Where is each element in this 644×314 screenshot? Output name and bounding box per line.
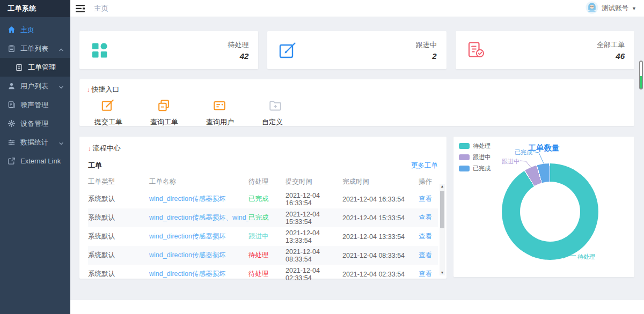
chart-title: 工单数量 [453,143,634,153]
cell-order-name-link[interactable]: wind_direction传感器损坏 [149,195,248,204]
stat-card-text: 全部工单46 [597,40,625,61]
sidebar-item-external[interactable]: External Link [0,152,70,170]
quick-entry-folder-plus[interactable]: 自定义 [262,99,318,127]
stat-card-0: 待处理42 [79,31,258,69]
cell-complete-time: 2021-12-04 02:33:54 [342,271,419,278]
stat-cards-row: 待处理42跟进中2全部工单46 [79,31,634,69]
sidebar-item-home[interactable]: 主页 [0,20,70,39]
red-arrow-icon: ↓ [88,146,91,152]
legend-item[interactable]: 已完成 [459,165,491,173]
cell-status: 待处理 [248,270,286,279]
quick-entry-label: 查询用户 [206,117,262,127]
legend-item[interactable]: 跟进中 [459,153,491,161]
cell-complete-time: 2021-12-04 15:33:54 [342,214,419,222]
chart-label-pending: 待处理 [577,253,595,261]
quick-entry-message[interactable]: 查询用户 [206,99,262,127]
cell-status: 已完成 [248,213,286,222]
sidebar-item-label: 工单管理 [28,63,56,72]
chevron-up-icon [58,46,64,51]
chart-label-following: 跟进中 [502,158,519,166]
quick-entry-label: 查询工单 [150,117,206,127]
sidebar-item-label: 主页 [20,25,34,35]
noise-icon [8,101,16,109]
quick-entry-label: 自定义 [262,117,318,127]
cell-order-name-link[interactable]: wind_direction传感器损坏 [149,270,248,279]
clipboard-icon [15,63,23,71]
order-count-chart-panel: 待处理跟进中已完成 工单数量 待处理 跟进中 已完成 [453,137,634,277]
sidebar-item-label: 工单列表 [20,44,48,54]
more-orders-link[interactable]: 更多工单 [411,161,438,170]
quick-entry-edit-square[interactable]: 提交工单 [94,99,150,127]
quick-entry-title-text: 快捷入口 [92,85,120,94]
copy-docs-icon [157,99,171,113]
table-scrollbar[interactable]: ▲ ▼ [440,184,445,275]
donut-chart[interactable] [502,163,598,260]
table-subtitle: 工单 [88,161,102,170]
cell-view-link[interactable]: 查看 [419,195,438,204]
user-icon [8,82,16,90]
stats-icon [8,138,16,146]
app-root: 工单系统 主页工单列表工单管理用户列表噪声管理设备管理数据统计External … [0,0,644,314]
cell-complete-time: 2021-12-04 13:33:54 [342,233,419,241]
quick-entry-copy-docs[interactable]: 查询工单 [150,99,206,127]
cell-view-link[interactable]: 查看 [419,251,438,260]
table-row: 系统默认wind_direction传感器损坏待处理2021-12-04 08:… [88,246,438,265]
cell-order-name-link[interactable]: wind_direction传感器损坏 [149,232,248,241]
cell-view-link[interactable]: 查看 [419,232,438,241]
app-title: 工单系统 [0,0,70,17]
cell-order-name-link[interactable]: wind_direction传感器损坏、wind_speed传感器损坏. [149,213,248,222]
stat-label: 待处理 [228,40,248,50]
table-body: 系统默认wind_direction传感器损坏已完成2021-12-04 16:… [88,190,438,283]
cell-complete-time: 2021-12-04 16:33:54 [342,196,419,203]
chart-label-completed: 已完成 [515,148,532,156]
stat-value: 2 [416,51,437,61]
legend-label: 跟进中 [473,153,491,161]
table-scrollbar-thumb[interactable] [440,191,444,228]
red-arrow-icon: ↓ [87,87,90,93]
cell-order-type: 系统默认 [88,251,149,260]
process-center-title-text: 流程中心 [93,144,121,153]
stat-card-text: 跟进中2 [416,40,437,61]
sidebar-item-stats[interactable]: 数据统计 [0,133,70,152]
column-header: 提交时间 [286,177,342,186]
sidebar-item-user-list[interactable]: 用户列表 [0,77,70,95]
menu-fold-icon[interactable] [76,4,85,13]
topbar: 主页 测试账号 ▼ [70,0,644,17]
sidebar-menu: 主页工单列表工单管理用户列表噪声管理设备管理数据统计External Link [0,17,70,170]
stat-value: 42 [228,51,248,61]
table-row: 系统默认wind_direction传感器损坏已完成2021-12-04 16:… [88,190,438,208]
sidebar-item-label: 噪声管理 [20,100,48,110]
cell-status: 跟进中 [248,232,286,241]
cell-complete-time: 2021-12-04 08:33:54 [342,252,419,259]
sidebar: 工单系统 主页工单列表工单管理用户列表噪声管理设备管理数据统计External … [0,0,70,314]
legend-swatch [459,154,470,160]
sidebar-item-order-manage[interactable]: 工单管理 [0,58,70,77]
cell-submit-time: 2021-12-04 16:33:54 [286,192,342,207]
breadcrumb[interactable]: 主页 [94,4,108,13]
cell-view-link[interactable]: 查看 [419,213,438,222]
sidebar-item-device[interactable]: 设备管理 [0,114,70,133]
scroll-up-arrow-icon[interactable]: ▲ [440,184,445,189]
column-header: 操作 [419,177,438,186]
sidebar-item-order-list[interactable]: 工单列表 [0,39,70,58]
scroll-down-arrow-icon[interactable]: ▼ [440,270,445,275]
cell-order-name-link[interactable]: wind_direction传感器损坏 [149,251,248,260]
legend-swatch [459,166,470,171]
column-header: 完成时间 [342,177,419,186]
table-header-bar: 工单 更多工单 [88,161,438,170]
sidebar-item-label: 用户列表 [20,81,48,91]
sidebar-item-label: External Link [20,157,61,165]
column-header: 待处理 [248,177,286,186]
cell-submit-time: 2021-12-04 15:33:54 [286,211,342,226]
legend-label: 已完成 [473,165,491,173]
doc-check-icon [466,41,486,60]
user-menu[interactable]: 测试账号 ▼ [586,1,636,16]
table-header-row: 工单类型工单名称待处理提交时间完成时间操作 [88,174,438,190]
cell-submit-time: 2021-12-04 02:33:54 [286,267,342,282]
main-area: 主页 测试账号 ▼ 待处理42跟进中2全部工单46 ↓ 快捷入口 提交工单查询工… [70,0,644,314]
page-scrollbar[interactable] [639,61,643,89]
stat-card-text: 待处理42 [228,40,248,61]
sidebar-item-noise[interactable]: 噪声管理 [0,95,70,114]
cell-view-link[interactable]: 查看 [419,270,438,279]
process-center-panel: ↓ 流程中心 工单 更多工单 工单类型工单名称待处理提交时间完成时间操作 系统默… [79,137,447,279]
